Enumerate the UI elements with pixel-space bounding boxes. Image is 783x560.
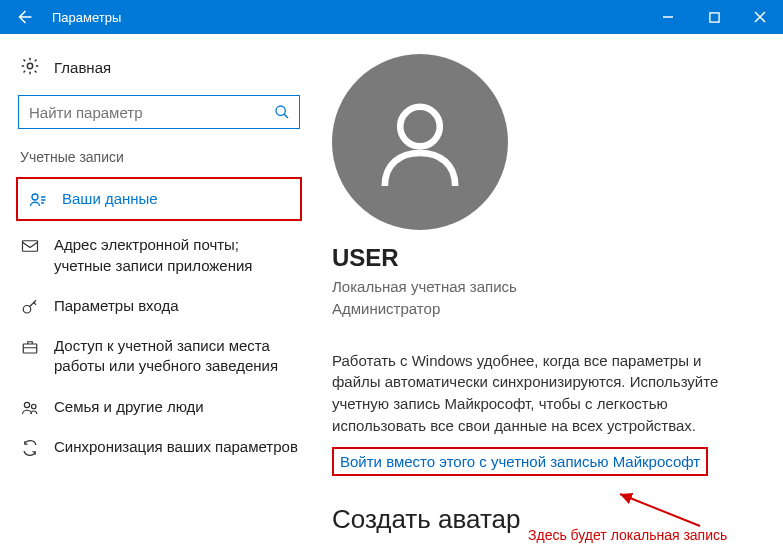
back-button[interactable] <box>0 0 48 34</box>
svg-point-8 <box>32 404 37 409</box>
sync-icon <box>20 437 40 457</box>
minimize-icon <box>662 11 674 23</box>
home-link[interactable]: Главная <box>10 50 308 95</box>
svg-point-9 <box>400 107 440 147</box>
nav-label: Синхронизация ваших параметров <box>54 437 298 457</box>
account-type: Локальная учетная запись <box>332 276 757 298</box>
nav-label: Доступ к учетной записи места работы или… <box>54 336 298 377</box>
nav-label: Параметры входа <box>54 296 298 316</box>
person-card-icon <box>28 189 48 209</box>
search-input[interactable] <box>19 104 265 121</box>
sidebar: Главная Учетные записи Ваши данные Адрес… <box>0 34 320 560</box>
svg-rect-0 <box>709 12 718 21</box>
svg-rect-6 <box>23 344 37 353</box>
nav-signin-options[interactable]: Параметры входа <box>10 286 308 326</box>
close-icon <box>754 11 766 23</box>
svg-rect-4 <box>23 241 38 252</box>
minimize-button[interactable] <box>645 0 691 34</box>
window-title: Параметры <box>48 10 645 25</box>
avatar <box>332 54 508 230</box>
svg-point-7 <box>24 402 29 407</box>
annotation-box-nav: Ваши данные <box>16 177 302 221</box>
gear-icon <box>20 56 40 79</box>
briefcase-icon <box>20 336 40 356</box>
account-role: Администратор <box>332 298 757 320</box>
account-name: USER <box>332 244 757 272</box>
people-icon <box>20 397 40 417</box>
maximize-icon <box>709 12 720 23</box>
nav-your-info[interactable]: Ваши данные <box>18 179 300 219</box>
arrow-left-icon <box>15 8 33 26</box>
annotation-text: Здесь будет локальная запись <box>528 527 727 543</box>
search-box[interactable] <box>18 95 300 129</box>
mail-icon <box>20 235 40 255</box>
annotation-arrow-icon <box>610 490 710 530</box>
close-button[interactable] <box>737 0 783 34</box>
sign-in-microsoft-link[interactable]: Войти вместо этого с учетной записью Май… <box>332 447 708 476</box>
section-label: Учетные записи <box>10 149 308 177</box>
nav-label: Адрес электронной почты; учетные записи … <box>54 235 298 276</box>
content-pane: USER Локальная учетная запись Администра… <box>320 34 783 560</box>
svg-point-1 <box>27 63 32 68</box>
nav-label: Семья и другие люди <box>54 397 298 417</box>
account-description: Работать с Windows удобнее, когда все па… <box>332 350 752 437</box>
svg-point-2 <box>276 106 285 115</box>
home-label: Главная <box>54 59 111 76</box>
titlebar: Параметры <box>0 0 783 34</box>
nav-email-accounts[interactable]: Адрес электронной почты; учетные записи … <box>10 225 308 286</box>
svg-point-3 <box>32 194 38 200</box>
nav-family[interactable]: Семья и другие люди <box>10 387 308 427</box>
nav-sync[interactable]: Синхронизация ваших параметров <box>10 427 308 467</box>
search-icon <box>265 104 299 120</box>
main-area: Главная Учетные записи Ваши данные Адрес… <box>0 34 783 560</box>
maximize-button[interactable] <box>691 0 737 34</box>
nav-work-access[interactable]: Доступ к учетной записи места работы или… <box>10 326 308 387</box>
person-icon <box>365 87 475 197</box>
nav-label: Ваши данные <box>62 189 290 209</box>
key-icon <box>20 296 40 316</box>
